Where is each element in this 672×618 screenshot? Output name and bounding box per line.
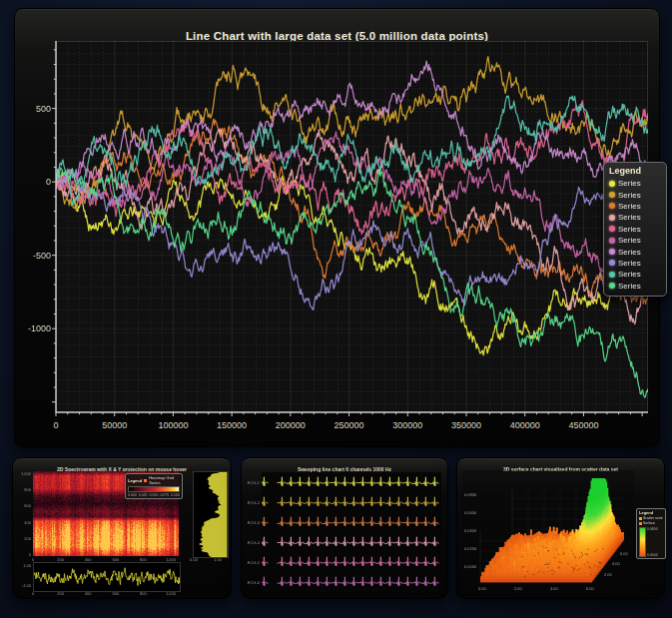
surface-legend-items: Scatter seriesSurface [639, 516, 663, 525]
legend-series-label: Series [618, 236, 641, 245]
legend-series-dot-icon[interactable] [609, 283, 615, 289]
ecg-channel-label: ECG-1 [244, 480, 260, 485]
legend-series-dot-icon[interactable] [609, 249, 615, 255]
spectrogram-y-tick: 1,000 [15, 471, 31, 476]
legend-item[interactable]: Series [608, 212, 662, 223]
spectrogram-x-tick: 200 [53, 557, 69, 562]
x-axis-tick-label: 350000 [434, 420, 498, 430]
x-axis-tick-label: 100000 [141, 420, 205, 430]
legend-item[interactable]: Series [608, 178, 662, 189]
spectrogram-y-tick: 600 [15, 503, 31, 508]
sweeping-ecg-canvas[interactable] [262, 472, 441, 592]
y-axis-tick-label: 0 [17, 177, 51, 187]
surface-legend-swatch-icon [639, 517, 642, 520]
legend-series-dot-icon[interactable] [609, 272, 615, 278]
spectrogram-thumbnail-panel[interactable]: 2D Spectrogram with X & Y projection on … [12, 457, 232, 599]
x-axis-tick-label: 150000 [200, 420, 264, 430]
legend-series-label: Series [618, 270, 641, 279]
ecg-channel-label: ECG-5 [244, 560, 260, 565]
ecg-channel-label: ECG-3 [244, 520, 260, 525]
x-axis-tick-label: 450000 [551, 420, 615, 430]
legend-item[interactable]: Series [608, 258, 662, 269]
legend-item[interactable]: Series [608, 224, 662, 235]
spectrogram-x-tick: 400 [80, 557, 96, 562]
legend-series-label: Series [618, 225, 641, 234]
spectrogram-x-projection-canvas[interactable] [33, 562, 181, 592]
heatmap-colorbar-tick: 0.075 [160, 493, 169, 497]
surface-colorbar-ticks: 0.08000.0000 [647, 527, 658, 557]
legend-item[interactable]: Series [608, 235, 662, 246]
x-axis-tick-label: 200000 [259, 420, 323, 430]
surface-legend-item: Scatter series [639, 516, 663, 520]
sweeping-chart-thumbnail-panel[interactable]: Sweeping line chart 6 channels 1000 Hz E… [241, 457, 448, 599]
legend-title: Legend [609, 166, 662, 176]
spectrogram-legend: Legend Heatmap Grid Series 0.0000.0250.0… [125, 473, 183, 499]
legend-item[interactable]: Series [608, 281, 662, 292]
wave-x-tick: 400 [80, 591, 96, 596]
x-axis-tick-label: 400000 [493, 420, 557, 430]
wave-y-tick: -1.00 [15, 583, 31, 588]
spectrogram-y-tick: 800 [15, 487, 31, 492]
legend-series-label: Series [618, 202, 641, 211]
y-axis-tick-label: -500 [17, 251, 51, 261]
legend-series-label: Series [618, 282, 641, 291]
heatmap-colorbar [128, 486, 180, 492]
wave-x-tick: 200 [53, 591, 69, 596]
spectrogram-x-tick: 800 [135, 557, 151, 562]
legend-series-dot-icon[interactable] [609, 238, 615, 244]
y-axis-tick-label: 500 [17, 104, 51, 114]
surface-colorbar [639, 527, 646, 557]
main-chart-legend[interactable]: Legend SeriesSeriesSeriesSeriesSeriesSer… [603, 162, 667, 297]
x-axis-tick-label: 50000 [83, 420, 147, 430]
wave-y-tick: 1.00 [15, 563, 31, 568]
surface-legend: Legend Scatter seriesSurface 0.08000.000… [636, 508, 666, 559]
spectrogram-y-tick: 200 [15, 536, 31, 541]
ecg-channel-label: ECG-2 [244, 500, 260, 505]
surface-legend-swatch-icon [639, 522, 642, 525]
legend-item[interactable]: Series [608, 246, 662, 257]
ecg-channel-label: ECG-4 [244, 540, 260, 545]
surface-legend-title: Legend [639, 510, 663, 515]
spectrogram-legend-series: Heatmap Grid Series [149, 475, 180, 485]
surface-legend-label: Scatter series [643, 516, 663, 520]
surface-colorbar-tick: 0.0800 [647, 527, 658, 531]
surface-colorbar-tick: 0.0000 [647, 553, 658, 557]
legend-item[interactable]: Series [608, 189, 662, 200]
main-line-chart-canvas[interactable] [48, 41, 648, 420]
x-axis-tick-label: 0 [24, 420, 88, 430]
wave-x-tick: 1,000 [163, 591, 179, 596]
spectrogram-x-tick: 1,000 [163, 557, 179, 562]
y-axis-tick-label: -1000 [17, 323, 51, 333]
heatmap-colorbar-ticks: 0.0000.0250.0500.0750.100 [128, 493, 180, 497]
x-axis-tick-label: 250000 [318, 420, 381, 430]
main-chart-panel[interactable]: Line Chart with large data set (5.0 mill… [14, 8, 660, 447]
spectrogram-x-tick: 0 [25, 557, 41, 562]
projection-x-tick: 0.00 [187, 557, 201, 562]
legend-series-dot-icon[interactable] [609, 192, 615, 198]
legend-series-dot-icon[interactable] [609, 226, 615, 232]
legend-series-label: Series [618, 213, 641, 222]
legend-item[interactable]: Series [608, 201, 662, 212]
surface-colorbar-wrap: 0.08000.0000 [639, 527, 663, 557]
legend-item[interactable]: Series [608, 269, 662, 280]
heatmap-colorbar-tick: 0.050 [150, 493, 159, 497]
spectrogram-y-projection-canvas[interactable] [193, 471, 229, 558]
legend-series-dot-icon[interactable] [609, 181, 615, 187]
surface-3d-thumbnail-panel[interactable]: 3D surface chart visualized from scatter… [456, 457, 665, 599]
legend-series-label: Series [618, 259, 641, 268]
surface-legend-item: Surface [639, 521, 663, 525]
legend-series-label: Series [618, 179, 641, 188]
legend-series-dot-icon[interactable] [609, 260, 615, 266]
spectrogram-legend-title: Legend [128, 478, 142, 483]
surface-legend-label: Surface [643, 521, 655, 525]
app-background: Line Chart with large data set (5.0 mill… [0, 0, 672, 618]
legend-series-dot-icon[interactable] [609, 203, 615, 209]
main-chart-title: Line Chart with large data set (5.0 mill… [15, 30, 659, 42]
x-axis-tick-label: 300000 [375, 420, 439, 430]
surface-3d-canvas[interactable] [462, 470, 634, 594]
wave-x-tick: 600 [108, 591, 124, 596]
legend-series-label: Series [618, 248, 641, 257]
legend-item-list: SeriesSeriesSeriesSeriesSeriesSeriesSeri… [608, 178, 662, 292]
projection-x-tick: 1.00 [211, 557, 225, 562]
legend-series-dot-icon[interactable] [609, 215, 615, 221]
